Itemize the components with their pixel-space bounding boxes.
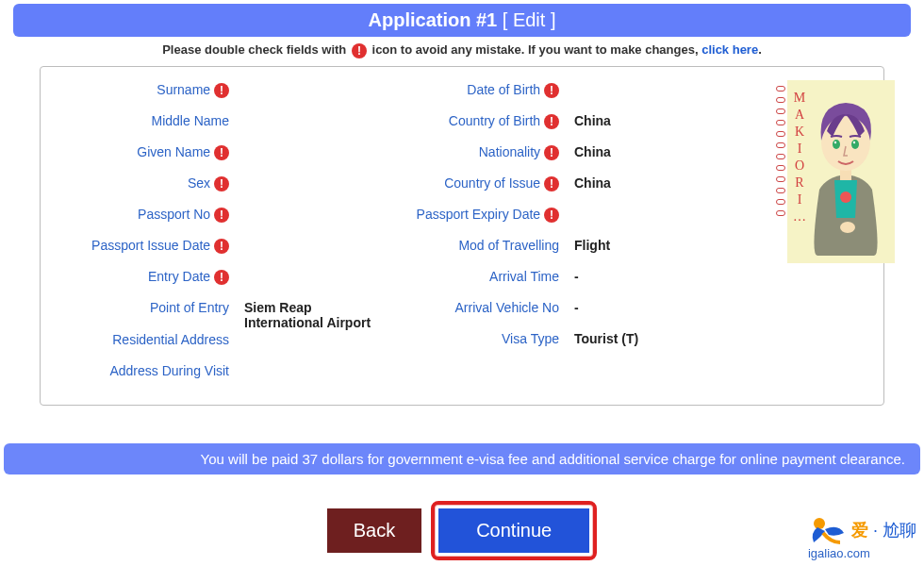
continue-button[interactable]: Continue — [438, 508, 589, 553]
svg-point-7 — [840, 222, 855, 233]
field-value: China — [565, 174, 611, 191]
alert-icon: ! — [544, 208, 559, 223]
svg-point-0 — [840, 191, 851, 203]
watermark-brand: 爱 · 尬聊 — [851, 519, 916, 541]
field-value: Siem Reap International Airport — [235, 298, 386, 330]
alert-icon: ! — [352, 43, 367, 58]
watermark-logo-icon — [808, 514, 846, 546]
field-value: China — [565, 111, 611, 128]
field-value — [565, 205, 574, 207]
right-field-row: Passport Expiry Date ! — [395, 205, 772, 236]
field-label: Address During Visit — [56, 361, 235, 378]
left-field-row: Point of EntrySiem Reap International Ai… — [56, 298, 395, 330]
field-label: Mod of Travelling — [395, 236, 565, 253]
application-header: Application #1 [ Edit ] — [13, 4, 911, 37]
right-column: Date of Birth !Country of Birth !ChinaNa… — [395, 80, 772, 392]
warning-prefix: Please double check fields with — [162, 42, 350, 57]
right-field-row: Nationality !China — [395, 142, 772, 174]
field-value: - — [565, 267, 579, 284]
site-watermark: 爱 · 尬聊 igaliao.com — [808, 514, 916, 560]
field-value — [235, 330, 244, 332]
left-field-row: Middle Name — [56, 111, 395, 142]
field-value — [235, 111, 244, 113]
svg-point-6 — [853, 141, 855, 142]
field-label: Arrival Vehicle No — [395, 298, 565, 315]
fee-notice-text: You will be paid 37 dollars for governme… — [201, 451, 905, 467]
left-field-row: Residential Address — [56, 330, 395, 361]
alert-icon: ! — [214, 83, 229, 98]
field-label: Entry Date ! — [56, 267, 235, 285]
field-label: Passport No ! — [56, 205, 235, 223]
alert-icon: ! — [544, 145, 559, 160]
alert-icon: ! — [214, 270, 229, 285]
alert-icon: ! — [214, 145, 229, 160]
left-column: Surname !Middle NameGiven Name !Sex !Pas… — [56, 80, 395, 392]
warning-line: Please double check fields with ! icon t… — [0, 42, 924, 58]
right-field-row: Mod of TravellingFlight — [395, 236, 772, 267]
svg-point-3 — [833, 140, 840, 149]
field-value — [235, 174, 244, 175]
watermark-url[interactable]: igaliao.com — [808, 546, 916, 560]
right-field-row: Country of Issue !China — [395, 174, 772, 205]
form-panel: Surname !Middle NameGiven Name !Sex !Pas… — [40, 66, 884, 406]
field-value: - — [565, 298, 579, 315]
field-value — [235, 80, 244, 82]
left-field-row: Address During Visit — [56, 361, 395, 392]
alert-icon: ! — [214, 239, 229, 254]
left-field-row: Passport No ! — [56, 205, 395, 236]
field-value — [235, 236, 244, 238]
fee-notice-bar: You will be paid 37 dollars for governme… — [4, 443, 920, 474]
field-value — [235, 142, 244, 144]
left-field-row: Surname ! — [56, 80, 395, 111]
field-value — [565, 80, 574, 82]
applicant-photo: MAKIORI… — [778, 80, 895, 263]
field-label: Arrival Time — [395, 267, 565, 284]
continue-highlight: Continue — [431, 501, 597, 560]
field-label: Sex ! — [56, 174, 235, 191]
right-field-row: Country of Birth !China — [395, 111, 772, 142]
left-field-row: Sex ! — [56, 174, 395, 205]
back-button[interactable]: Back — [327, 508, 421, 553]
field-label: Passport Issue Date ! — [56, 236, 235, 254]
portrait-illustration — [800, 86, 891, 256]
left-field-row: Passport Issue Date ! — [56, 236, 395, 267]
edit-link[interactable]: [ Edit ] — [503, 9, 556, 30]
field-value — [235, 205, 244, 207]
field-label: Point of Entry — [56, 298, 235, 315]
svg-point-5 — [834, 141, 836, 142]
field-label: Passport Expiry Date ! — [395, 205, 565, 223]
field-value: Flight — [565, 236, 610, 253]
button-row: Back Continue — [0, 501, 924, 560]
alert-icon: ! — [214, 208, 229, 223]
field-label: Surname ! — [56, 80, 235, 98]
left-field-row: Entry Date ! — [56, 267, 395, 298]
field-label: Middle Name — [56, 111, 235, 128]
alert-icon: ! — [214, 176, 229, 191]
field-label: Residential Address — [56, 330, 235, 347]
svg-point-8 — [814, 518, 825, 529]
field-value — [235, 361, 244, 363]
field-label: Given Name ! — [56, 142, 235, 160]
left-field-row: Given Name ! — [56, 142, 395, 174]
field-value: Tourist (T) — [565, 329, 638, 346]
alert-icon: ! — [544, 114, 559, 129]
field-label: Date of Birth ! — [395, 80, 565, 98]
field-value — [235, 267, 244, 269]
right-field-row: Date of Birth ! — [395, 80, 772, 111]
warning-suffix: icon to avoid any mistake. If you want t… — [372, 42, 702, 57]
warning-link[interactable]: click here — [701, 42, 758, 57]
field-value: China — [565, 142, 611, 159]
field-label: Country of Issue ! — [395, 174, 565, 191]
field-label: Visa Type — [395, 329, 565, 346]
svg-point-4 — [851, 140, 859, 149]
right-field-row: Arrival Time- — [395, 267, 772, 298]
alert-icon: ! — [544, 83, 559, 98]
alert-icon: ! — [544, 176, 559, 191]
application-title: Application #1 — [369, 9, 498, 30]
field-label: Nationality ! — [395, 142, 565, 160]
right-field-row: Arrival Vehicle No- — [395, 298, 772, 329]
right-field-row: Visa TypeTourist (T) — [395, 329, 772, 360]
warning-tail: . — [758, 42, 762, 57]
field-label: Country of Birth ! — [395, 111, 565, 129]
